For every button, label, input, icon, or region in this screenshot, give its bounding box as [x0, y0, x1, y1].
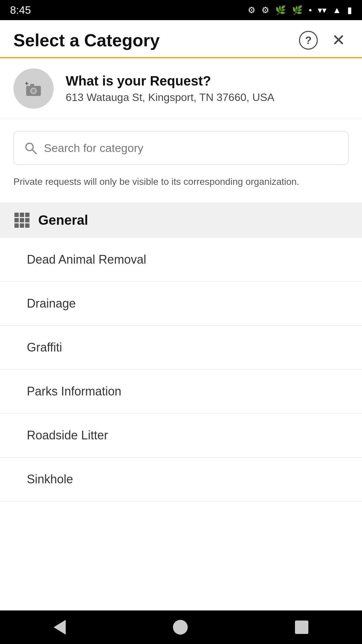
signal-icon: ▲	[333, 5, 341, 15]
section-header-general: General	[0, 202, 362, 238]
request-banner: + What is your Request? 613 Watauga St, …	[0, 58, 362, 119]
help-icon: ?	[299, 31, 318, 50]
category-label: Parks Information	[27, 384, 121, 398]
app-icon-1: 🌿	[275, 5, 286, 15]
settings-icon-1: ⚙	[248, 5, 255, 15]
back-button[interactable]	[54, 620, 66, 635]
svg-rect-9	[25, 213, 29, 217]
category-item-dead-animal-removal[interactable]: Dead Animal Removal	[0, 238, 362, 282]
recent-button[interactable]	[295, 621, 308, 634]
svg-rect-13	[14, 223, 19, 228]
building-icon	[13, 212, 30, 228]
header-actions: ? ✕	[298, 30, 349, 50]
request-address: 613 Watauga St, Kingsport, TN 37660, USA	[66, 91, 275, 104]
status-time: 8:45	[10, 4, 31, 16]
category-item-sinkhole[interactable]: Sinkhole	[0, 458, 362, 501]
search-box[interactable]	[13, 131, 349, 165]
category-item-parks-information[interactable]: Parks Information	[0, 370, 362, 414]
request-info: What is your Request? 613 Watauga St, Ki…	[66, 73, 275, 104]
svg-rect-8	[20, 213, 24, 217]
category-label: Sinkhole	[27, 472, 73, 486]
close-icon: ✕	[332, 32, 345, 48]
recent-icon	[295, 621, 308, 634]
battery-icon: ▮	[347, 5, 352, 15]
page-title: Select a Category	[13, 30, 160, 50]
wifi-icon: ▾▾	[318, 5, 326, 15]
svg-rect-12	[25, 218, 29, 222]
photo-avatar[interactable]: +	[13, 68, 54, 109]
search-input[interactable]	[44, 142, 338, 155]
request-title: What is your Request?	[66, 73, 275, 89]
section-general-label: General	[38, 213, 88, 228]
category-label: Roadside Litter	[27, 428, 108, 442]
settings-icon-2: ⚙	[261, 5, 269, 15]
page-header: Select a Category ? ✕	[0, 20, 362, 58]
privacy-note: Private requests will only be visible to…	[0, 168, 362, 202]
status-bar: 8:45 ⚙ ⚙ 🌿 🌿 • ▾▾ ▲ ▮	[0, 0, 362, 20]
svg-rect-11	[20, 218, 24, 222]
home-icon	[173, 620, 188, 635]
svg-rect-7	[14, 213, 19, 217]
svg-line-6	[32, 150, 36, 154]
back-icon	[54, 620, 66, 635]
category-label: Drainage	[27, 297, 76, 311]
svg-rect-10	[14, 218, 19, 222]
svg-rect-4	[30, 84, 34, 87]
camera-icon: +	[23, 78, 44, 99]
status-icons: ⚙ ⚙ 🌿 🌿 • ▾▾ ▲ ▮	[248, 5, 352, 15]
category-item-graffiti[interactable]: Graffiti	[0, 326, 362, 370]
svg-rect-15	[25, 223, 29, 228]
category-label: Graffiti	[27, 340, 62, 355]
dot-icon: •	[309, 5, 312, 15]
app-icon-2: 🌿	[292, 5, 303, 15]
help-button[interactable]: ?	[298, 30, 318, 50]
svg-rect-14	[20, 223, 24, 228]
search-icon	[24, 141, 37, 155]
home-button[interactable]	[173, 620, 188, 635]
search-container	[0, 119, 362, 168]
category-item-roadside-litter[interactable]: Roadside Litter	[0, 414, 362, 458]
close-button[interactable]: ✕	[328, 30, 349, 50]
bottom-nav	[0, 610, 362, 644]
svg-point-3	[32, 89, 36, 93]
category-list: Dead Animal Removal Drainage Graffiti Pa…	[0, 238, 362, 501]
category-item-drainage[interactable]: Drainage	[0, 282, 362, 326]
category-label: Dead Animal Removal	[27, 253, 146, 267]
